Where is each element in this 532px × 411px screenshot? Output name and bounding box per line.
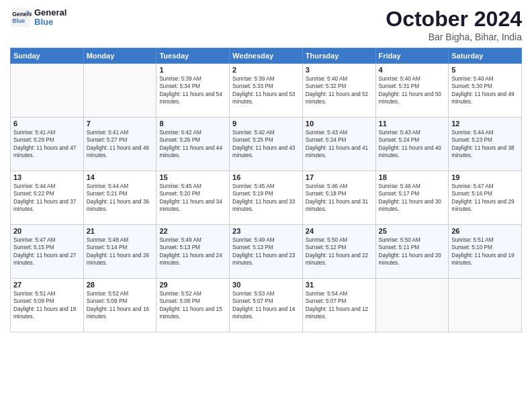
day-info: Sunrise: 5:44 AM Sunset: 5:22 PM Dayligh… [13, 183, 81, 214]
day-info: Sunrise: 5:42 AM Sunset: 5:26 PM Dayligh… [159, 129, 226, 160]
day-info: Sunrise: 5:39 AM Sunset: 5:33 PM Dayligh… [232, 75, 300, 106]
day-info: Sunrise: 5:52 AM Sunset: 5:08 PM Dayligh… [159, 290, 226, 321]
day-number: 7 [87, 120, 154, 128]
weekday-header-sunday: Sunday [11, 48, 84, 64]
day-info: Sunrise: 5:45 AM Sunset: 5:19 PM Dayligh… [232, 183, 300, 214]
day-number: 1 [159, 66, 226, 74]
day-info: Sunrise: 5:52 AM Sunset: 5:09 PM Dayligh… [87, 290, 154, 321]
calendar-cell: 1Sunrise: 5:39 AM Sunset: 5:34 PM Daylig… [157, 64, 230, 118]
weekday-header-thursday: Thursday [302, 48, 375, 64]
day-info: Sunrise: 5:50 AM Sunset: 5:12 PM Dayligh… [306, 236, 373, 267]
day-info: Sunrise: 5:40 AM Sunset: 5:30 PM Dayligh… [451, 75, 519, 106]
header: General Blue General Blue October 2024 B… [10, 7, 522, 42]
day-info: Sunrise: 5:44 AM Sunset: 5:21 PM Dayligh… [87, 183, 154, 214]
day-info: Sunrise: 5:43 AM Sunset: 5:24 PM Dayligh… [306, 129, 373, 160]
weekday-header-wednesday: Wednesday [230, 48, 303, 64]
day-number: 4 [379, 66, 446, 74]
day-number: 13 [13, 173, 81, 181]
calendar-cell: 3Sunrise: 5:40 AM Sunset: 5:32 PM Daylig… [302, 64, 375, 118]
day-number: 14 [87, 173, 154, 181]
calendar: SundayMondayTuesdayWednesdayThursdayFrid… [10, 48, 522, 332]
day-info: Sunrise: 5:41 AM Sunset: 5:29 PM Dayligh… [13, 129, 81, 160]
logo-text-line2: Blue [34, 17, 66, 27]
calendar-cell: 31Sunrise: 5:54 AM Sunset: 5:07 PM Dayli… [302, 279, 375, 332]
day-number: 8 [159, 120, 226, 128]
day-number: 17 [306, 173, 373, 181]
calendar-cell: 10Sunrise: 5:43 AM Sunset: 5:24 PM Dayli… [302, 118, 375, 171]
day-info: Sunrise: 5:50 AM Sunset: 5:11 PM Dayligh… [379, 236, 446, 267]
day-number: 30 [232, 281, 300, 289]
calendar-cell: 21Sunrise: 5:48 AM Sunset: 5:14 PM Dayli… [83, 225, 157, 279]
calendar-cell: 8Sunrise: 5:42 AM Sunset: 5:26 PM Daylig… [157, 118, 230, 171]
day-number: 26 [451, 227, 519, 235]
day-info: Sunrise: 5:46 AM Sunset: 5:17 PM Dayligh… [379, 183, 446, 214]
day-number: 3 [306, 66, 373, 74]
day-number: 12 [451, 120, 519, 128]
day-number: 18 [379, 173, 446, 181]
day-number: 28 [87, 281, 154, 289]
calendar-cell: 5Sunrise: 5:40 AM Sunset: 5:30 PM Daylig… [449, 64, 522, 118]
day-number: 20 [13, 227, 81, 235]
calendar-cell [11, 64, 84, 118]
calendar-cell: 11Sunrise: 5:43 AM Sunset: 5:24 PM Dayli… [375, 118, 449, 171]
day-number: 2 [232, 66, 300, 74]
day-number: 29 [159, 281, 226, 289]
day-info: Sunrise: 5:51 AM Sunset: 5:09 PM Dayligh… [13, 290, 81, 321]
calendar-cell: 12Sunrise: 5:44 AM Sunset: 5:23 PM Dayli… [449, 118, 522, 171]
calendar-cell: 14Sunrise: 5:44 AM Sunset: 5:21 PM Dayli… [83, 171, 157, 225]
calendar-cell: 4Sunrise: 5:40 AM Sunset: 5:31 PM Daylig… [375, 64, 449, 118]
day-info: Sunrise: 5:53 AM Sunset: 5:07 PM Dayligh… [232, 290, 300, 321]
logo-text-line1: General [34, 8, 66, 17]
calendar-week-5: 27Sunrise: 5:51 AM Sunset: 5:09 PM Dayli… [11, 279, 522, 332]
day-info: Sunrise: 5:45 AM Sunset: 5:20 PM Dayligh… [159, 183, 226, 214]
calendar-cell [375, 279, 449, 332]
title-block: October 2024 Bar Bigha, Bihar, India [386, 7, 522, 42]
day-number: 24 [306, 227, 373, 235]
day-number: 9 [232, 120, 300, 128]
weekday-header-saturday: Saturday [449, 48, 522, 64]
day-info: Sunrise: 5:40 AM Sunset: 5:32 PM Dayligh… [306, 75, 373, 106]
calendar-cell: 17Sunrise: 5:46 AM Sunset: 5:18 PM Dayli… [302, 171, 375, 225]
day-number: 6 [13, 120, 81, 128]
calendar-week-4: 20Sunrise: 5:47 AM Sunset: 5:15 PM Dayli… [11, 225, 522, 279]
page: General Blue General Blue October 2024 B… [0, 0, 532, 411]
weekday-header-friday: Friday [375, 48, 449, 64]
calendar-cell: 2Sunrise: 5:39 AM Sunset: 5:33 PM Daylig… [230, 64, 303, 118]
weekday-header-tuesday: Tuesday [157, 48, 230, 64]
calendar-cell: 28Sunrise: 5:52 AM Sunset: 5:09 PM Dayli… [83, 279, 157, 332]
day-number: 10 [306, 120, 373, 128]
day-info: Sunrise: 5:49 AM Sunset: 5:13 PM Dayligh… [159, 236, 226, 267]
day-number: 19 [451, 173, 519, 181]
calendar-cell: 27Sunrise: 5:51 AM Sunset: 5:09 PM Dayli… [11, 279, 84, 332]
logo-icon: General Blue [10, 7, 32, 28]
day-number: 15 [159, 173, 226, 181]
calendar-cell: 18Sunrise: 5:46 AM Sunset: 5:17 PM Dayli… [375, 171, 449, 225]
calendar-cell: 22Sunrise: 5:49 AM Sunset: 5:13 PM Dayli… [157, 225, 230, 279]
day-info: Sunrise: 5:51 AM Sunset: 5:10 PM Dayligh… [451, 236, 519, 267]
day-info: Sunrise: 5:49 AM Sunset: 5:13 PM Dayligh… [232, 236, 300, 267]
location-subtitle: Bar Bigha, Bihar, India [386, 32, 522, 42]
calendar-cell: 23Sunrise: 5:49 AM Sunset: 5:13 PM Dayli… [230, 225, 303, 279]
day-info: Sunrise: 5:48 AM Sunset: 5:14 PM Dayligh… [87, 236, 154, 267]
calendar-cell: 19Sunrise: 5:47 AM Sunset: 5:16 PM Dayli… [449, 171, 522, 225]
day-number: 23 [232, 227, 300, 235]
calendar-cell: 9Sunrise: 5:42 AM Sunset: 5:25 PM Daylig… [230, 118, 303, 171]
svg-text:Blue: Blue [12, 17, 25, 24]
day-info: Sunrise: 5:47 AM Sunset: 5:16 PM Dayligh… [451, 183, 519, 214]
calendar-cell: 25Sunrise: 5:50 AM Sunset: 5:11 PM Dayli… [375, 225, 449, 279]
day-info: Sunrise: 5:40 AM Sunset: 5:31 PM Dayligh… [379, 75, 446, 106]
day-info: Sunrise: 5:39 AM Sunset: 5:34 PM Dayligh… [159, 75, 226, 106]
day-info: Sunrise: 5:41 AM Sunset: 5:27 PM Dayligh… [87, 129, 154, 160]
month-title: October 2024 [386, 7, 522, 32]
day-info: Sunrise: 5:43 AM Sunset: 5:24 PM Dayligh… [379, 129, 446, 160]
day-number: 27 [13, 281, 81, 289]
logo: General Blue General Blue [10, 7, 66, 28]
day-info: Sunrise: 5:44 AM Sunset: 5:23 PM Dayligh… [451, 129, 519, 160]
calendar-cell: 6Sunrise: 5:41 AM Sunset: 5:29 PM Daylig… [11, 118, 84, 171]
day-number: 31 [306, 281, 373, 289]
calendar-cell: 16Sunrise: 5:45 AM Sunset: 5:19 PM Dayli… [230, 171, 303, 225]
day-info: Sunrise: 5:47 AM Sunset: 5:15 PM Dayligh… [13, 236, 81, 267]
day-info: Sunrise: 5:54 AM Sunset: 5:07 PM Dayligh… [306, 290, 373, 321]
calendar-cell: 30Sunrise: 5:53 AM Sunset: 5:07 PM Dayli… [230, 279, 303, 332]
day-number: 11 [379, 120, 446, 128]
